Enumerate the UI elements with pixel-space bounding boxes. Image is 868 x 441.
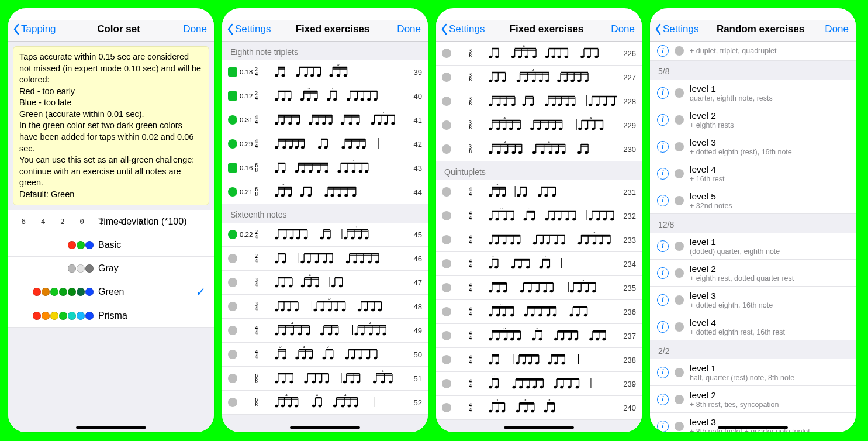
- exercise-row[interactable]: 0.2168544: [222, 180, 428, 204]
- svg-point-807: [489, 362, 492, 365]
- exercise-number: 227: [620, 73, 636, 82]
- level-row[interactable]: ilevel 3+ dotted eighth (rest), 16th not…: [650, 133, 856, 160]
- back-button[interactable]: Settings: [227, 23, 276, 35]
- svg-point-404: [318, 405, 321, 408]
- color-set-row-basic[interactable]: Basic: [8, 233, 214, 257]
- level-row[interactable]: ilevel 1(dotted) quarter, eighth note: [650, 233, 856, 260]
- done-button[interactable]: Done: [389, 23, 421, 35]
- level-row[interactable]: ilevel 4+ 16th rest: [650, 160, 856, 187]
- svg-point-461: [524, 80, 527, 82]
- done-button[interactable]: Done: [603, 23, 635, 35]
- info-icon[interactable]: i: [657, 240, 669, 252]
- music-notation-icon: 5: [476, 304, 617, 320]
- exercise-row[interactable]: 0.294442: [222, 132, 428, 156]
- svg-point-835: [495, 386, 499, 389]
- svg-point-264: [295, 309, 298, 312]
- status-incomplete-icon: [228, 326, 237, 335]
- exercise-number: 46: [406, 254, 422, 263]
- info-icon[interactable]: i: [657, 45, 669, 57]
- svg-point-698: [526, 266, 530, 269]
- exercise-row[interactable]: 38228: [436, 89, 642, 113]
- back-button[interactable]: Settings: [655, 23, 704, 35]
- svg-point-200: [358, 237, 362, 240]
- exercise-row[interactable]: 383226: [436, 42, 642, 66]
- exercise-list: 0.18245390.122453400.31443410.2944420.16…: [222, 60, 428, 204]
- info-icon[interactable]: i: [657, 87, 669, 99]
- info-icon[interactable]: i: [657, 168, 669, 180]
- info-icon[interactable]: i: [657, 141, 669, 153]
- status-incomplete-icon: [442, 120, 451, 130]
- content-scroll[interactable]: i+ duplet, triplet, quadruplet5/8ilevel …: [650, 42, 856, 432]
- info-icon[interactable]: i: [657, 421, 669, 432]
- exercise-row[interactable]: 443233: [436, 228, 642, 252]
- exercise-row[interactable]: 385227: [436, 66, 642, 89]
- exercise-row[interactable]: 3833230: [436, 137, 642, 161]
- exercise-row[interactable]: 68351: [222, 367, 428, 391]
- content-scroll[interactable]: Taps accurate within 0.15 sec are consid…: [8, 42, 214, 432]
- color-set-row-prisma[interactable]: Prisma: [8, 304, 214, 328]
- exercise-row[interactable]: 443235: [436, 276, 642, 300]
- level-title: level 1: [690, 237, 849, 247]
- exercise-row[interactable]: 44238: [436, 348, 642, 372]
- svg-point-331: [295, 357, 299, 360]
- level-list: ilevel 1half, quarter (rest) note, 8th n…: [650, 359, 856, 432]
- svg-point-702: [540, 266, 543, 269]
- done-button[interactable]: Done: [175, 23, 207, 35]
- exercise-row[interactable]: 4435234: [436, 252, 642, 276]
- exercise-row[interactable]: 4433232: [436, 204, 642, 228]
- exercise-row[interactable]: 6833352: [222, 391, 428, 415]
- svg-point-52: [367, 98, 371, 101]
- info-icon[interactable]: i: [657, 367, 669, 378]
- exercise-row[interactable]: 0.1824539: [222, 60, 428, 84]
- level-row[interactable]: ilevel 2+ eighth rests: [650, 106, 856, 133]
- exercise-number: 47: [406, 278, 422, 287]
- level-row[interactable]: ilevel 3+ 8th note triplet + quarter not…: [650, 413, 856, 432]
- level-row[interactable]: ilevel 5+ 32nd notes: [650, 187, 856, 214]
- exercise-row[interactable]: 0.2224545: [222, 223, 428, 247]
- svg-point-480: [585, 80, 588, 82]
- level-row[interactable]: ilevel 2+ eighth rest, dotted quarter re…: [650, 260, 856, 287]
- done-button[interactable]: Done: [817, 23, 849, 35]
- info-icon[interactable]: i: [657, 321, 669, 333]
- back-button[interactable]: Settings: [441, 23, 490, 35]
- info-icon[interactable]: i: [657, 394, 669, 405]
- exercise-row[interactable]: 4433237: [436, 324, 642, 348]
- back-button[interactable]: Tapping: [13, 23, 63, 35]
- content-scroll[interactable]: Eighth note triplets0.18245390.122453400…: [222, 42, 428, 432]
- exercise-row[interactable]: 0.1668343: [222, 156, 428, 180]
- time-signature: 44: [255, 139, 258, 149]
- exercise-row[interactable]: 443231: [436, 180, 642, 204]
- exercise-row[interactable]: 0.12245340: [222, 84, 428, 108]
- exercise-row[interactable]: 34347: [222, 271, 428, 295]
- info-icon[interactable]: i: [657, 267, 669, 279]
- level-row[interactable]: ilevel 4+ dotted eighth rest, 16th rest: [650, 313, 856, 340]
- exercise-row[interactable]: 4453550: [222, 343, 428, 367]
- info-icon[interactable]: i: [657, 195, 669, 206]
- exercise-row[interactable]: 44555240: [436, 396, 642, 420]
- level-title: level 1: [690, 363, 849, 374]
- exercise-row[interactable]: 445236: [436, 300, 642, 324]
- exercise-row[interactable]: 0.3144341: [222, 108, 428, 132]
- content-scroll[interactable]: 3832263852273822838332293833230Quintuple…: [436, 42, 642, 432]
- info-icon[interactable]: i: [657, 294, 669, 306]
- time-signature: 38: [469, 144, 472, 154]
- music-notation-icon: 33: [476, 141, 617, 157]
- level-row[interactable]: ilevel 3+ dotted eighth, 16th note: [650, 287, 856, 313]
- navbar: Tapping Color set Done: [8, 20, 214, 42]
- info-icon[interactable]: i: [657, 114, 669, 126]
- color-dot-icon: [68, 241, 76, 249]
- level-row[interactable]: ilevel 1half, quarter (rest) note, 8th n…: [650, 359, 856, 386]
- status-incomplete-icon: [675, 115, 684, 125]
- exercise-row[interactable]: 2446: [222, 247, 428, 271]
- level-row[interactable]: ilevel 1quarter, eighth note, rests: [650, 80, 856, 106]
- exercise-row[interactable]: 445239: [436, 372, 642, 396]
- level-row[interactable]: i+ duplet, triplet, quadruplet: [650, 42, 856, 61]
- time-signature: 38: [469, 49, 472, 58]
- color-set-row-gray[interactable]: Gray: [8, 257, 214, 280]
- level-row[interactable]: ilevel 2+ 8th rest, ties, syncopation: [650, 386, 856, 413]
- status-complete-icon: [228, 67, 237, 77]
- exercise-row[interactable]: 3833229: [436, 113, 642, 137]
- exercise-row[interactable]: 443349: [222, 319, 428, 343]
- exercise-row[interactable]: 34548: [222, 295, 428, 319]
- color-set-row-green[interactable]: Green✓: [8, 280, 214, 304]
